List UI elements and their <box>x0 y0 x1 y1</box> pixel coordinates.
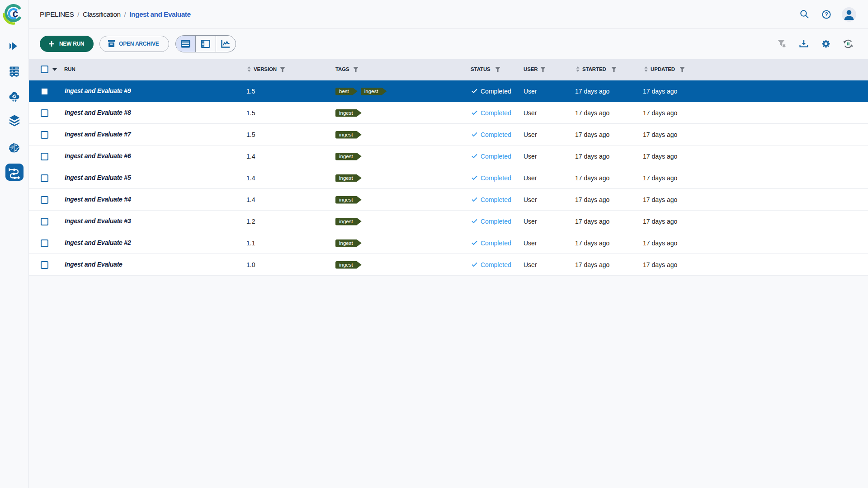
svg-text:?: ? <box>825 11 828 18</box>
svg-text:c: c <box>13 8 19 19</box>
